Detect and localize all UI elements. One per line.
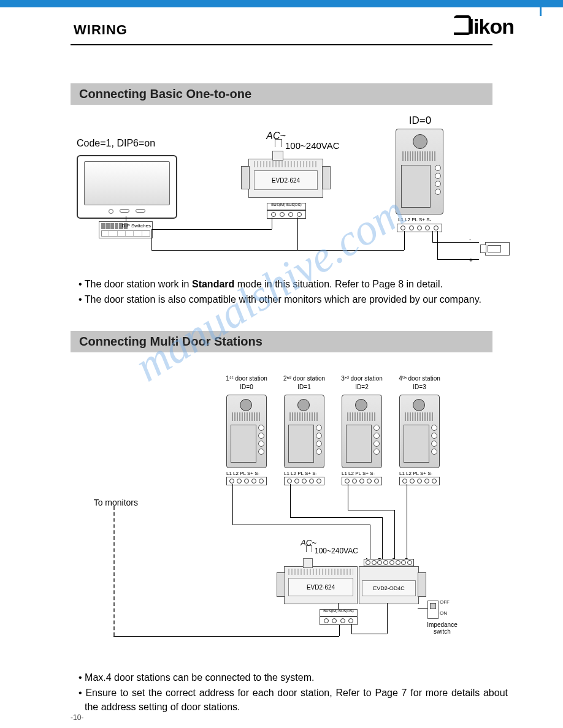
- page-number: -10-: [71, 713, 83, 722]
- door-station-1: [226, 395, 267, 468]
- to-monitors-label: To monitors: [77, 498, 138, 507]
- distributor-unit: EVD2-OD4C: [359, 566, 419, 604]
- psu-voltage-2: 100~240VAC: [315, 547, 370, 555]
- ds1-id: ID=0: [220, 384, 273, 390]
- section2-bullets: Max.4 door stations can be connected to …: [74, 669, 508, 716]
- electric-lock: [485, 242, 510, 256]
- ds3-id: ID=2: [335, 384, 388, 390]
- power-supply-unit: EVD2-624: [248, 159, 323, 198]
- page-title: WIRING: [74, 22, 128, 38]
- section1-bullets: The door station work in Standard mode i…: [74, 276, 508, 308]
- section-heading-multi: Connecting Multi Door Stations: [71, 331, 492, 352]
- dip-switches-box: DIP Switches: [99, 221, 153, 238]
- psu-voltage-label: 100~240VAC: [285, 140, 353, 151]
- door-station: [396, 129, 443, 214]
- ds4-ord: 4ᵗʰ door station: [393, 375, 446, 382]
- monitor-device: [77, 155, 177, 219]
- door-station-2: [284, 395, 324, 468]
- impedance-switch-label: Impedance switch: [418, 621, 467, 635]
- ds2-id: ID=1: [278, 384, 331, 390]
- ds1-ord: 1ˢᵗ door station: [220, 375, 273, 382]
- section-heading-one-to-one: Connecting Basic One-to-one: [71, 83, 492, 105]
- impedance-switch: [427, 601, 439, 619]
- door-station-terminals-label: L1 L2 PL S+ S-: [398, 217, 442, 222]
- ds2-ord: 2ⁿᵈ door station: [278, 375, 331, 382]
- brand-logo: Elikonlikon: [454, 15, 514, 39]
- door-station-4: [399, 395, 440, 468]
- power-supply-unit-2: EVD2-624: [284, 566, 358, 604]
- monitor-code-label: Code=1, DIP6=on: [77, 138, 175, 149]
- ds4-id: ID=3: [393, 384, 446, 390]
- ds3-ord: 3ʳᵈ door station: [335, 375, 388, 382]
- door-station-id-label: ID=0: [396, 115, 445, 127]
- door-station-3: [342, 395, 382, 468]
